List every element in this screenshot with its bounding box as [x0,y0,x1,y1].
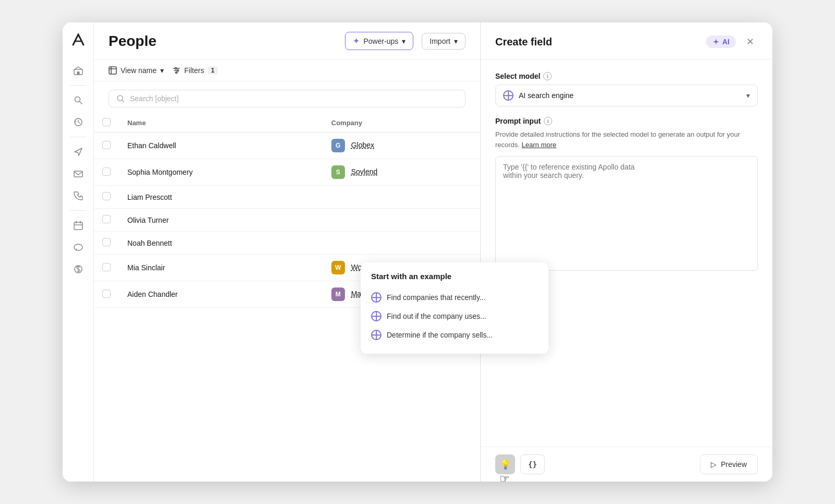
company-cell: S Soylend [323,159,480,186]
chat-icon[interactable] [69,238,88,257]
import-button[interactable]: Import ▾ [422,33,466,50]
send-icon[interactable] [69,142,88,161]
sparkle-icon: ✦ [353,36,360,46]
phone-icon[interactable] [69,186,88,205]
example-globe-icon [371,330,381,340]
sidebar-divider-3 [70,210,87,211]
svg-rect-5 [74,222,82,230]
row-checkbox[interactable] [102,141,111,149]
import-label: Import [430,37,450,45]
home-icon[interactable] [69,61,88,80]
search-bar[interactable]: Search [object] [109,90,466,107]
preview-button[interactable]: ▷ Preview [700,454,758,474]
col-name: Name [119,114,323,133]
person-name: Noah Bennett [119,232,323,255]
search-icon[interactable] [69,91,88,110]
history-icon[interactable] [69,113,88,131]
ai-badge: AI [706,35,736,48]
panel-title: Create field [495,36,700,48]
example-globe-icon [371,292,381,303]
person-name: Ethan Caldwell [119,133,323,159]
row-checkbox[interactable] [102,238,111,246]
svg-rect-1 [77,71,79,75]
close-panel-button[interactable]: ✕ [742,34,758,50]
table-row: Liam Prescott [94,186,480,209]
person-name: Aiden Chandler [119,281,323,308]
learn-more-link[interactable]: Learn more [522,141,556,149]
app-container: People ✦ Power-ups ▾ Import ▾ View name … [63,22,772,482]
filters-label: Filters [184,66,204,75]
lightbulb-button[interactable]: 💡 ☞ [495,454,515,474]
ai-badge-label: AI [722,38,730,46]
row-checkbox[interactable] [102,290,111,298]
prompt-input-label: Prompt input i [495,117,758,125]
sidebar-divider-2 [70,137,87,137]
svg-point-9 [175,68,177,69]
power-ups-label: Power-ups [363,37,398,45]
company-name-link[interactable]: Soylend [351,167,378,176]
ai-sparkle-icon [712,38,720,45]
page-title: People [109,33,337,50]
table-icon [109,66,117,75]
view-name-label: View name [121,66,157,75]
table-row: Noah Bennett [94,232,480,255]
main-content: People ✦ Power-ups ▾ Import ▾ View name … [94,22,480,482]
import-chevron: ▾ [454,37,458,45]
svg-rect-4 [74,171,82,177]
person-name: Liam Prescott [119,186,323,209]
selected-model-label: AI search engine [519,91,574,100]
prompt-info-icon[interactable]: i [544,117,552,125]
filter-count-badge: 1 [208,66,218,75]
panel-header: Create field AI ✕ [481,22,772,59]
prompt-textarea[interactable] [495,156,758,271]
preview-label: Preview [721,460,747,469]
sidebar [63,22,94,482]
company-cell [323,209,480,232]
calendar-icon[interactable] [69,216,88,235]
col-company: Company [323,114,480,133]
view-name-button[interactable]: View name ▾ [109,66,164,75]
row-checkbox[interactable] [102,167,111,176]
svg-rect-8 [109,67,116,74]
select-all-checkbox[interactable] [102,118,111,126]
example-panel-title: Start with an example [371,272,538,281]
search-bar-icon [116,94,125,103]
panel-footer: 💡 ☞ {} ▷ Preview [481,447,772,482]
person-name: Sophia Montgomery [119,159,323,186]
page-header: People ✦ Power-ups ▾ Import ▾ [94,22,480,60]
model-globe-icon [503,90,514,101]
toolbar: View name ▾ Filters 1 [94,60,480,81]
mail-icon[interactable] [69,164,88,183]
example-panel: Start with an example Find companies tha… [361,262,548,354]
example-item[interactable]: Find out if the company uses... [371,307,538,326]
example-item[interactable]: Find companies that recently... [371,288,538,307]
curly-braces-button[interactable]: {} [520,454,545,474]
example-item[interactable]: Determine if the company sells... [371,326,538,344]
sidebar-divider-1 [70,85,87,86]
dollar-icon[interactable] [69,260,88,279]
select-model-label: Select model i [495,72,758,80]
panel-body: Select model i AI search engine ▾ Prompt… [481,59,772,447]
table-row: Olivia Turner [94,209,480,232]
row-checkbox[interactable] [102,215,111,223]
select-model-info-icon[interactable]: i [543,72,552,80]
company-name-link[interactable]: Globex [351,141,374,149]
person-name: Olivia Turner [119,209,323,232]
svg-point-11 [176,72,177,74]
company-cell: G Globex [323,133,480,159]
svg-point-6 [74,244,82,250]
filters-button[interactable]: Filters 1 [172,66,218,75]
filter-icon [172,66,181,75]
preview-play-icon: ▷ [711,460,717,469]
prompt-section: Prompt input i Provide detailed instruct… [495,117,758,273]
row-checkbox[interactable] [102,192,111,200]
table-row: Sophia Montgomery S Soylend [94,159,480,186]
company-cell [323,232,480,255]
model-select-dropdown[interactable]: AI search engine ▾ [495,85,758,106]
row-checkbox[interactable] [102,263,111,271]
svg-point-10 [177,70,179,71]
company-cell [323,186,480,209]
power-ups-button[interactable]: ✦ Power-ups ▾ [345,32,413,50]
create-field-panel: Create field AI ✕ Select model i AI sear… [480,22,772,482]
table-row: Ethan Caldwell G Globex [94,133,480,159]
